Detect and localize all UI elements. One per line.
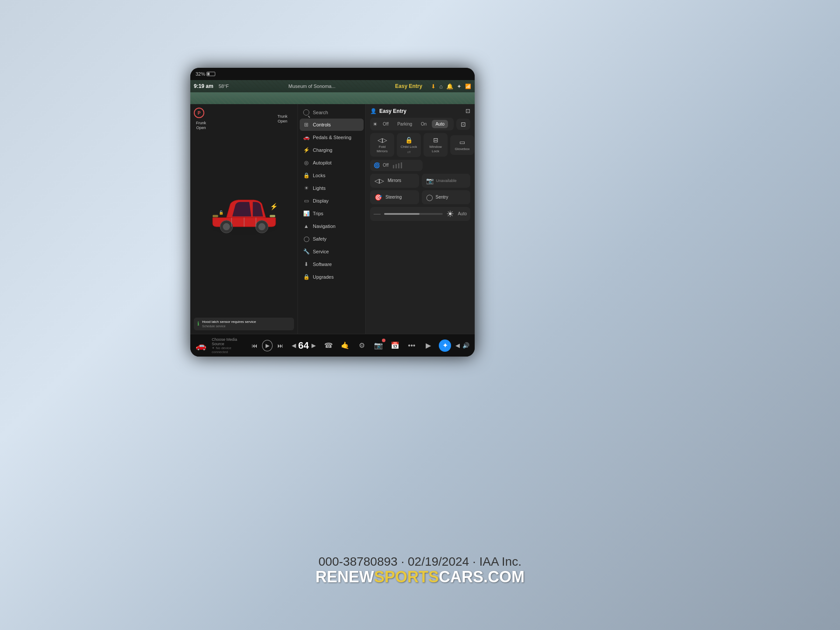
menu-item-navigation[interactable]: ▲ Navigation [300,220,364,232]
parking-button[interactable]: Parking [394,120,416,128]
bluetooth-icon[interactable]: ✦ [439,340,451,352]
steering-label: Steering [385,195,402,200]
battery-fill [207,73,210,75]
mirrors-button[interactable]: ◁▷ Mirrors [370,174,419,188]
panel-title: Easy Entry [379,108,406,114]
prev-track-button[interactable]: ⏮ [250,341,259,350]
controls-icon: ⊞ [303,122,309,128]
volume-arrow-left[interactable]: ◀ [455,342,460,349]
menu-item-autopilot[interactable]: ◎ Autopilot [300,157,364,169]
auto-button[interactable]: Auto [432,120,448,128]
alert-sub-text: Schedule service [202,324,256,328]
search-item[interactable]: Search [300,107,364,118]
camera-taskbar-icon[interactable]: 📷 [372,340,385,352]
steering-button[interactable]: 🎯 Steering [370,190,419,204]
service-label: Service [313,249,329,254]
svg-text:🔓: 🔓 [218,210,224,215]
menu-item-controls[interactable]: ⊞ Controls [300,119,364,131]
brightness-control[interactable]: — ☀ Auto [370,207,470,221]
charging-label: Charging [313,147,332,153]
wiper-speed-3[interactable] [398,163,399,168]
map-area[interactable]: 9:19 am 58°F Museum of Sonoma... Easy En… [190,80,475,104]
trips-label: Trips [313,211,323,216]
wiper-speed-2[interactable] [396,164,397,168]
menu-item-upgrades[interactable]: 🔒 Upgrades [300,271,364,283]
mirrors-icon: ◁▷ [374,177,384,184]
frunk-label: FrunkOpen [196,121,206,130]
play-button[interactable]: ▶ [262,340,272,351]
navigation-label: Navigation [313,224,336,229]
wiper-control[interactable]: 🌀 Off [370,160,423,171]
svg-text:⚡: ⚡ [270,203,277,210]
trunk-label: TrunkOpen [277,114,287,124]
hands-free-icon[interactable]: 🤙 [339,340,351,352]
brightness-track[interactable] [384,213,443,215]
menu-item-safety[interactable]: ◯ Safety [300,233,364,245]
child-lock-button[interactable]: 🔒 Child Lock off [397,133,421,157]
on-button[interactable]: On [417,120,430,128]
fold-mirrors-button[interactable]: ◁▷ FoldMirrors [370,133,394,157]
map-temp: 58°F [219,84,229,89]
brightness-max-icon: ☀ [446,209,454,219]
car-svg: ⚡ 🔓 [205,177,284,247]
taskbar-icons: ☎ 🤙 ⚙ 📷 📅 ••• ▶ ✦ ◀ 🔊 [322,340,469,352]
bell-icon[interactable]: 🔔 [446,83,453,90]
fold-mirrors-icon: ◁▷ [378,136,387,144]
upgrades-icon: 🔒 [303,274,309,280]
speed-arrow-right: ▶ [312,343,315,349]
service-icon: 🔧 [303,248,309,255]
display-icon-btn[interactable]: ⊡ [456,119,470,130]
media-icon[interactable]: ▶ [422,340,434,352]
child-lock-sub: off [407,150,411,154]
more-icon[interactable]: ••• [406,340,418,352]
settings-dot-icon[interactable]: ⚙ [356,340,368,352]
alert-icon: ℹ [197,321,200,327]
glovebox-icon: ▭ [459,139,465,146]
locks-label: Locks [313,173,326,178]
taskbar: 🚗 Choose Media Source ✴ No device connec… [190,334,475,357]
wiper-speed-4[interactable] [401,162,402,168]
unavailable-label: Unavailable [436,178,457,183]
menu-item-pedals[interactable]: 🚗 Pedals & Steering [300,131,364,144]
menu-panel: Search ⊞ Controls 🚗 Pedals & Steering ⚡ … [298,104,365,334]
calendar-icon[interactable]: 📅 [389,340,401,352]
profile-icon: 👤 [370,108,377,114]
camera-icon: 📷 [426,177,434,184]
sentry-button[interactable]: ◯ Sentry [422,190,471,204]
glovebox-button[interactable]: ▭ Glovebox [450,135,474,155]
window-lock-button[interactable]: ⊟ WindowLock [424,133,448,157]
signal-icon[interactable]: 📶 [465,84,471,89]
menu-item-service[interactable]: 🔧 Service [300,245,364,258]
watermark-renew: RENEW [315,568,374,586]
controls-label: Controls [313,122,331,127]
tesla-screen: 32% 9:19 am 58°F Museum of Sonoma... Eas… [190,68,475,357]
phone-icon[interactable]: ☎ [322,340,335,352]
next-track-button[interactable]: ⏭ [276,341,285,350]
exterior-display-btn[interactable]: ⊡ [466,108,470,114]
window-lock-label: WindowLock [429,145,441,153]
battery-indicator: 32% [196,71,215,77]
download-icon[interactable]: ⬇ [431,83,436,90]
menu-item-display[interactable]: ▭ Display [300,195,364,207]
map-easy-entry-label: Easy Entry [395,83,422,89]
car-taskbar-icon[interactable]: 🚗 [196,340,206,351]
main-content: P FrunkOpen TrunkOpen [190,104,475,334]
menu-item-locks[interactable]: 🔒 Locks [300,169,364,182]
menu-item-lights[interactable]: ☀ Lights [300,182,364,194]
home-icon[interactable]: ⌂ [439,83,443,90]
off-button[interactable]: Off [379,120,392,128]
glovebox-label: Glovebox [455,147,470,151]
service-alert[interactable]: ℹ Hood latch sensor requires service Sch… [194,318,294,330]
menu-item-charging[interactable]: ⚡ Charging [300,144,364,156]
fold-mirrors-label: FoldMirrors [377,145,388,153]
sentry-label: Sentry [436,195,448,200]
steering-sentry-row: 🎯 Steering ◯ Sentry [370,190,470,204]
wiper-speeds [393,162,402,168]
bluetooth-top-icon[interactable]: ✦ [457,83,462,90]
display-icon: ▭ [303,198,309,204]
camera-button[interactable]: 📷 Unavailable [422,174,471,188]
wiper-speed-1[interactable] [393,165,394,168]
menu-item-software[interactable]: ⬇ Software [300,258,364,270]
ref-number: 000-38780893 · 02/19/2024 · IAA Inc. [318,555,522,569]
menu-item-trips[interactable]: 📊 Trips [300,207,364,220]
